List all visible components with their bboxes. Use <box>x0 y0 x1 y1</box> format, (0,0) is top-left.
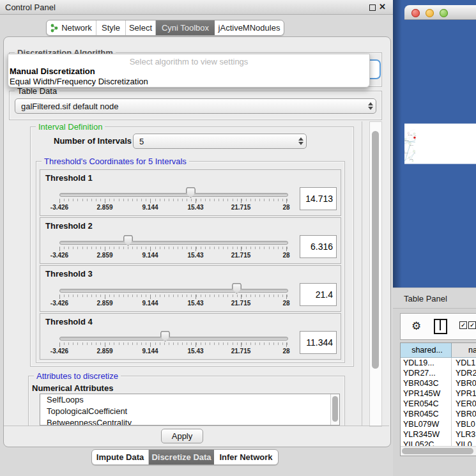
threshold-value-field[interactable]: 14.713 <box>300 187 337 210</box>
apply-button[interactable]: Apply <box>161 429 203 443</box>
threshold-value-field[interactable]: 11.344 <box>300 331 337 354</box>
table-data-combo[interactable]: galFiltered.sif default node <box>15 98 376 114</box>
num-intervals-value: 5 <box>134 137 296 146</box>
tab-style[interactable]: Style <box>96 20 126 35</box>
threshold-value-field[interactable]: 21.4 <box>300 283 337 306</box>
tab-infer-network[interactable]: Infer Network <box>214 450 278 464</box>
slider-track[interactable] <box>59 241 288 245</box>
node-gal80[interactable] <box>408 132 410 134</box>
slider-track[interactable] <box>59 193 288 197</box>
cyni-bottom-tabs: Impute Data Discretize Data Infer Networ… <box>91 449 279 465</box>
column-selector-icon[interactable] <box>434 319 447 334</box>
tick-label: 21.715 <box>231 204 251 211</box>
tab-label: Network <box>61 23 92 33</box>
tab-discretize-data[interactable]: Discretize Data <box>149 450 214 464</box>
control-panel-titlebar: Control Panel <box>0 0 393 15</box>
cell[interactable]: YER054C <box>401 399 452 409</box>
node-hap2[interactable] <box>408 157 410 158</box>
tab-network[interactable]: Network <box>47 20 96 35</box>
tab-cyni-toolbox[interactable]: Cyni Toolbox <box>156 20 215 35</box>
table-panel-title: Table Panel <box>404 294 447 303</box>
cell[interactable]: YPR1 <box>452 388 476 399</box>
slider-track[interactable] <box>59 337 288 341</box>
node-partial-bottom[interactable] <box>412 160 413 162</box>
slider-ticks <box>59 247 288 249</box>
gear-icon[interactable]: ⚙ <box>411 319 421 333</box>
cell[interactable]: YBR0 <box>452 378 476 388</box>
threshold-label: Threshold 1 <box>45 173 93 183</box>
cell[interactable]: YDL19... <box>401 358 452 368</box>
tick-label: 9.144 <box>142 252 158 259</box>
table-row[interactable]: YDL19...YDL1 <box>401 358 476 368</box>
divider <box>4 426 389 426</box>
node-partial-top-right[interactable] <box>413 133 415 135</box>
tab-select[interactable]: Select <box>126 20 156 35</box>
close-traffic-light-icon[interactable] <box>411 9 420 17</box>
table-row[interactable]: YBR043CYBR0 <box>401 378 476 388</box>
numerical-attributes-list[interactable]: SelfLoops TopologicalCoefficient Between… <box>40 394 340 426</box>
cell[interactable]: YBL079W <box>401 419 452 429</box>
table-header-row: shared... na <box>401 343 476 358</box>
cell[interactable]: YDR27... <box>401 368 452 378</box>
node-h[interactable] <box>413 150 415 152</box>
cell[interactable]: YBR0 <box>452 409 476 419</box>
num-intervals-combo[interactable]: 5 <box>133 134 307 149</box>
float-window-icon[interactable] <box>369 4 376 11</box>
tick-label: 9.144 <box>142 348 158 355</box>
viewport-border <box>362 121 362 426</box>
cell[interactable]: YDR2 <box>452 368 476 378</box>
tab-label: Cyni Toolbox <box>162 23 209 33</box>
list-item[interactable]: BetweennessCentrality <box>40 417 339 426</box>
cell[interactable]: YER0 <box>452 399 476 409</box>
tab-jactivemnodules[interactable]: jActiveMNodules <box>215 20 284 35</box>
node-red-selected[interactable] <box>413 137 415 139</box>
slider-ticks <box>59 199 288 201</box>
minimize-traffic-light-icon[interactable] <box>426 9 434 17</box>
table-row[interactable]: YPR145WYPR1 <box>401 388 476 399</box>
table-row[interactable]: YBR045CYBR0 <box>401 409 476 419</box>
checkbox-icon[interactable]: ✓ <box>459 321 467 329</box>
network-window-titlebar[interactable] <box>404 5 476 20</box>
algorithm-option-manual[interactable]: Manual Discretization <box>10 66 95 76</box>
list-scrollbar[interactable] <box>330 394 339 425</box>
table-row[interactable]: YBL079WYBL0 <box>401 419 476 429</box>
cell[interactable]: YPR145W <box>401 388 452 399</box>
tick-label: 28 <box>282 204 289 211</box>
tab-impute-data[interactable]: Impute Data <box>92 450 149 464</box>
threshold-4-panel: Threshold 4 -3.426 2.859 9.144 15.43 21.… <box>40 313 341 360</box>
tick-label: 2.859 <box>96 300 112 307</box>
main-scrollbar[interactable] <box>369 121 382 427</box>
column-header-shared-name[interactable]: shared... <box>401 343 452 357</box>
table-row[interactable]: YLR345WYLR3 <box>401 429 476 440</box>
maximize-traffic-light-icon[interactable] <box>440 9 448 17</box>
slider-ticks <box>59 295 288 297</box>
cell[interactable]: YBR043C <box>401 378 452 388</box>
checkbox-icon[interactable]: ✓ <box>468 321 476 329</box>
close-icon[interactable]: ✕ <box>379 2 386 12</box>
slider-ticks <box>59 342 288 345</box>
list-scrollbar-thumb[interactable] <box>332 396 338 422</box>
group-title: Attributes to discretize <box>34 371 121 381</box>
threshold-3-panel: Threshold 3 -3.426 2.859 9.144 15.43 21.… <box>40 265 341 312</box>
table-h-scrollbar-thumb[interactable] <box>402 448 473 454</box>
cell[interactable]: YLR3 <box>452 429 475 440</box>
column-header-name[interactable]: na <box>452 343 476 357</box>
list-item[interactable]: TopologicalCoefficient <box>40 406 339 417</box>
table-row[interactable]: YER054CYER0 <box>401 399 476 409</box>
algorithm-option-equal-width[interactable]: Equal Width/Frequency Discretization <box>10 77 148 86</box>
main-scrollbar-thumb[interactable] <box>372 131 379 369</box>
network-canvas[interactable]: GAL80 GA GAL11 C GAL4 GCY1 H HAP2 <box>404 19 476 268</box>
slider-track[interactable] <box>59 289 288 293</box>
table-h-scrollbar[interactable] <box>401 446 476 456</box>
cell[interactable]: YBR045C <box>401 409 452 419</box>
cell[interactable]: YBL0 <box>452 419 475 429</box>
node-label-gcy1: GCY1 <box>404 152 408 153</box>
cell[interactable]: YLR345W <box>401 429 452 440</box>
tick-label: 2.859 <box>96 204 112 211</box>
threshold-value-field[interactable]: 6.316 <box>300 235 337 258</box>
table-row[interactable]: YDR27...YDR2 <box>401 368 476 378</box>
list-item[interactable]: SelfLoops <box>40 394 339 406</box>
stepper-icon <box>365 102 376 110</box>
cell[interactable]: YDL1 <box>452 358 475 368</box>
table-toolbar: ⚙ ✓ ✓ <box>400 313 476 340</box>
